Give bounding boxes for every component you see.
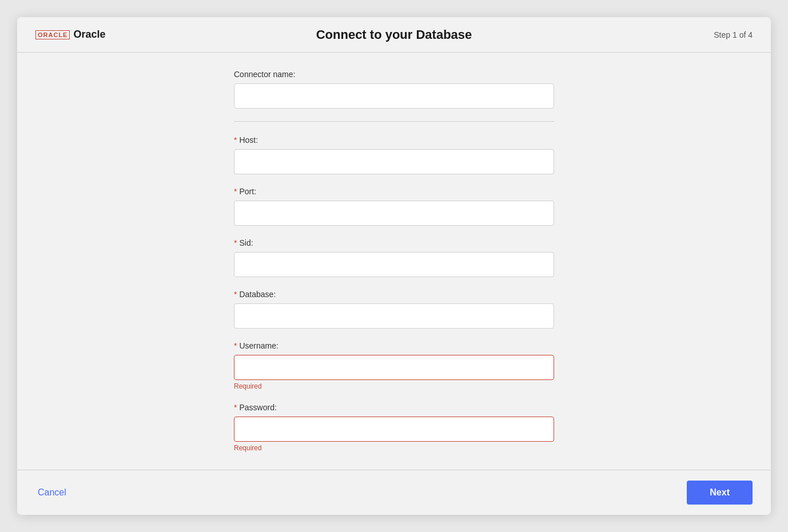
database-required-star: *: [234, 290, 237, 299]
password-required-star: *: [234, 403, 237, 412]
password-input[interactable]: [234, 417, 554, 442]
sid-group: * Sid:: [234, 238, 554, 277]
modal-container: ORACLE Oracle Connect to your Database S…: [17, 17, 771, 515]
modal-header: ORACLE Oracle Connect to your Database S…: [17, 17, 771, 53]
modal-footer: Cancel Next: [17, 470, 771, 515]
port-label: * Port:: [234, 187, 554, 196]
host-label: * Host:: [234, 135, 554, 145]
username-error-message: Required: [234, 382, 554, 390]
host-group: * Host:: [234, 135, 554, 174]
sid-label: * Sid:: [234, 238, 554, 247]
username-group: * Username: Required: [234, 341, 554, 390]
oracle-name-text: Oracle: [73, 29, 105, 41]
oracle-logo: ORACLE: [35, 30, 70, 39]
password-group: * Password: Required: [234, 403, 554, 452]
step-indicator: Step 1 of 4: [714, 30, 753, 39]
sid-input[interactable]: [234, 252, 554, 277]
connector-name-label: Connector name:: [234, 70, 554, 79]
database-input[interactable]: [234, 303, 554, 329]
section-divider: [234, 121, 554, 122]
connector-name-input[interactable]: [234, 83, 554, 109]
connector-name-group: Connector name:: [234, 70, 554, 109]
password-label: * Password:: [234, 403, 554, 412]
form-container: Connector name: * Host: * Port:: [234, 70, 554, 452]
username-label: * Username:: [234, 341, 554, 350]
sid-required-star: *: [234, 238, 237, 247]
port-required-star: *: [234, 187, 237, 196]
database-group: * Database:: [234, 290, 554, 329]
logo-area: ORACLE Oracle: [35, 29, 106, 41]
modal-body: Connector name: * Host: * Port:: [17, 53, 771, 470]
cancel-button[interactable]: Cancel: [35, 483, 69, 502]
port-group: * Port:: [234, 187, 554, 226]
username-required-star: *: [234, 341, 237, 350]
host-input[interactable]: [234, 149, 554, 174]
page-title: Connect to your Database: [316, 27, 472, 42]
host-required-star: *: [234, 135, 237, 145]
username-input[interactable]: [234, 355, 554, 380]
database-label: * Database:: [234, 290, 554, 299]
port-input[interactable]: [234, 201, 554, 226]
password-error-message: Required: [234, 444, 554, 452]
connector-name-section: Connector name:: [234, 70, 554, 122]
next-button[interactable]: Next: [687, 481, 753, 505]
